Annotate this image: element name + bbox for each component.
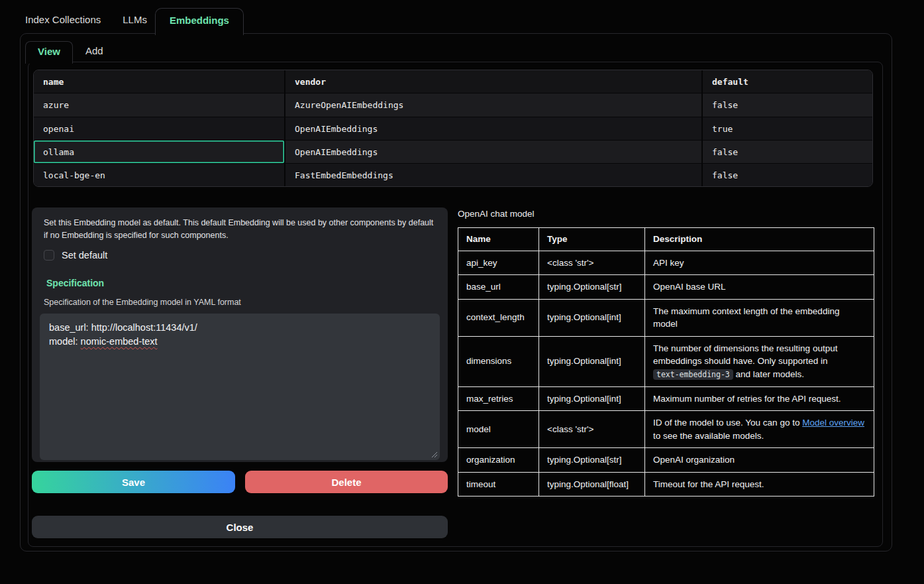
spec-row-max_retries: max_retriestyping.Optional[int]Maximum n… bbox=[458, 386, 874, 411]
spec-row-dimensions: dimensionstyping.Optional[int]The number… bbox=[458, 336, 874, 386]
spec-cell-name: max_retries bbox=[458, 386, 539, 411]
specification-textarea[interactable]: base_url: http://localhost:11434/v1/mode… bbox=[40, 314, 440, 460]
column-header-vendor: vendor bbox=[284, 70, 701, 93]
column-header-default: default bbox=[701, 70, 872, 93]
spec-cell-description: OpenAI base URL bbox=[645, 275, 874, 300]
spec-cell-type: typing.Optional[int] bbox=[539, 336, 645, 386]
set-default-checkbox-row[interactable]: Set default bbox=[44, 250, 440, 261]
column-header-name: name bbox=[34, 70, 284, 93]
spec-column-name: Name bbox=[458, 228, 539, 251]
spec-row-context_length: context_lengthtyping.Optional[int]The ma… bbox=[458, 299, 874, 336]
cell-name[interactable]: ollama bbox=[34, 140, 284, 163]
cell-default[interactable]: false bbox=[701, 163, 872, 186]
main-tab-bar: Index Collections LLMs Embeddings bbox=[20, 9, 244, 34]
embeddings-table-body: azureAzureOpenAIEmbeddingsfalseopenaiOpe… bbox=[34, 93, 872, 186]
spec-column-description: Description bbox=[645, 228, 874, 251]
yaml-line: model: nomic-embed-text bbox=[49, 335, 431, 349]
tab-index-collections[interactable]: Index Collections bbox=[25, 8, 101, 34]
spec-cell-name: api_key bbox=[458, 251, 539, 275]
sub-tab-bar: View Add bbox=[25, 41, 103, 62]
cell-default[interactable]: true bbox=[701, 117, 872, 140]
close-button[interactable]: Close bbox=[32, 516, 448, 538]
tab-llms[interactable]: LLMs bbox=[123, 8, 147, 34]
spec-cell-description: ID of the model to use. You can go to Mo… bbox=[645, 411, 874, 448]
spec-cell-name: timeout bbox=[458, 472, 539, 496]
spec-row-model: model<class 'str'>ID of the model to use… bbox=[458, 411, 874, 448]
embedding-config-panel: Set this Embedding model as default. Thi… bbox=[32, 207, 448, 462]
spec-cell-name: dimensions bbox=[458, 336, 539, 386]
save-button[interactable]: Save bbox=[32, 471, 235, 493]
spec-row-api_key: api_key<class 'str'>API key bbox=[458, 251, 874, 275]
yaml-line: base_url: http://localhost:11434/v1/ bbox=[49, 321, 431, 335]
embedding-row-openai[interactable]: openaiOpenAIEmbeddingstrue bbox=[34, 117, 872, 140]
cell-name[interactable]: azure bbox=[34, 93, 284, 117]
embeddings-table: name vendor default azureAzureOpenAIEmbe… bbox=[33, 70, 873, 187]
cell-vendor[interactable]: OpenAIEmbeddings bbox=[284, 140, 701, 163]
inline-code: text-embedding-3 bbox=[653, 369, 733, 380]
spec-column-type: Type bbox=[539, 228, 645, 251]
spec-cell-description: API key bbox=[645, 251, 874, 275]
embeddings-table-header: name vendor default bbox=[34, 70, 872, 93]
misspelled-text: nomic-embed-text bbox=[81, 336, 158, 347]
cell-vendor[interactable]: AzureOpenAIEmbeddings bbox=[284, 93, 701, 117]
model-overview-link[interactable]: Model overview bbox=[802, 418, 864, 428]
specification-helper-text: Specification of the Embedding model in … bbox=[44, 298, 440, 307]
spec-row-organization: organizationtyping.Optional[str]OpenAI o… bbox=[458, 448, 874, 473]
spec-table: Name Type Description api_key<class 'str… bbox=[458, 227, 874, 496]
spec-cell-type: typing.Optional[float] bbox=[539, 472, 645, 496]
cell-vendor[interactable]: FastEmbedEmbeddings bbox=[284, 163, 701, 186]
spec-row-timeout: timeouttyping.Optional[float]Timeout for… bbox=[458, 472, 874, 496]
spec-cell-name: model bbox=[458, 411, 539, 448]
specification-heading: Specification bbox=[46, 278, 440, 288]
spec-cell-description: The number of dimensions the resulting o… bbox=[645, 336, 874, 386]
cell-vendor[interactable]: OpenAIEmbeddings bbox=[284, 117, 701, 140]
spec-cell-type: typing.Optional[int] bbox=[539, 299, 645, 336]
yaml-content: base_url: http://localhost:11434/v1/mode… bbox=[49, 321, 431, 349]
spec-cell-description: OpenAI organization bbox=[645, 448, 874, 473]
spec-table-title: OpenAI chat model bbox=[458, 209, 535, 219]
spec-cell-type: typing.Optional[str] bbox=[539, 275, 645, 300]
spec-cell-name: context_length bbox=[458, 299, 539, 336]
spec-cell-name: organization bbox=[458, 448, 539, 473]
resize-handle-icon[interactable] bbox=[431, 451, 438, 458]
spec-cell-type: typing.Optional[int] bbox=[539, 386, 645, 411]
cell-default[interactable]: false bbox=[701, 140, 872, 163]
spec-cell-type: <class 'str'> bbox=[539, 251, 645, 275]
spec-table-body: api_key<class 'str'>API keybase_urltypin… bbox=[458, 251, 874, 496]
spec-cell-type: <class 'str'> bbox=[539, 411, 645, 448]
spec-cell-description: Maximum number of retries for the API re… bbox=[645, 386, 874, 411]
set-default-label: Set default bbox=[62, 250, 107, 261]
embedding-row-azure[interactable]: azureAzureOpenAIEmbeddingsfalse bbox=[34, 93, 872, 117]
delete-button[interactable]: Delete bbox=[245, 471, 448, 493]
cell-name[interactable]: openai bbox=[34, 117, 284, 140]
set-default-checkbox[interactable] bbox=[44, 250, 54, 261]
spec-table-header: Name Type Description bbox=[458, 228, 874, 251]
spec-cell-name: base_url bbox=[458, 275, 539, 300]
tab-add[interactable]: Add bbox=[85, 41, 103, 62]
spec-row-base_url: base_urltyping.Optional[str]OpenAI base … bbox=[458, 275, 874, 300]
embedding-row-ollama[interactable]: ollamaOpenAIEmbeddingsfalse bbox=[34, 140, 872, 163]
spec-cell-description: The maximum context length of the embedd… bbox=[645, 299, 874, 336]
embedding-row-local-bge-en[interactable]: local-bge-enFastEmbedEmbeddingsfalse bbox=[34, 163, 872, 186]
cell-name[interactable]: local-bge-en bbox=[34, 163, 284, 186]
set-default-description: Set this Embedding model as default. Thi… bbox=[44, 217, 436, 243]
spec-cell-type: typing.Optional[str] bbox=[539, 448, 645, 473]
tab-view[interactable]: View bbox=[25, 41, 73, 64]
cell-default[interactable]: false bbox=[701, 93, 872, 117]
tab-embeddings[interactable]: Embeddings bbox=[155, 8, 244, 35]
spec-cell-description: Timeout for the API request. bbox=[645, 472, 874, 496]
